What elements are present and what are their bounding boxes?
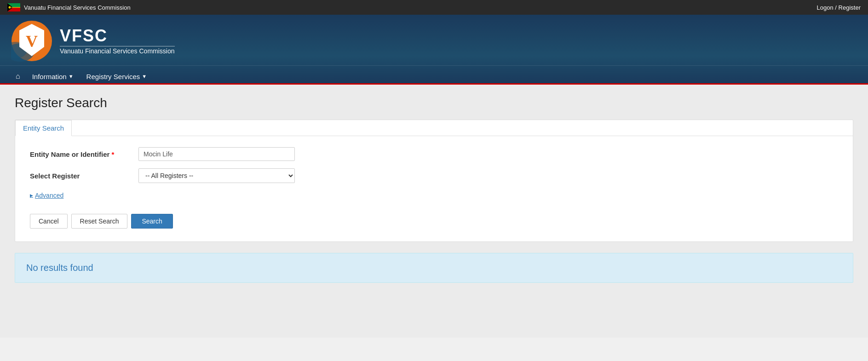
tab-entity-search[interactable]: Entity Search xyxy=(15,120,72,136)
svg-point-5 xyxy=(9,6,11,9)
logo-text: VFSC Vanuatu Financial Services Commissi… xyxy=(60,28,175,55)
reset-search-button[interactable]: Reset Search xyxy=(71,214,128,229)
svg-text:V: V xyxy=(26,32,38,51)
entity-name-row: Entity Name or Identifier* xyxy=(30,147,838,161)
header-content: V VFSC Vanuatu Financial Services Commis… xyxy=(0,15,868,62)
select-register-row: Select Register -- All Registers -- xyxy=(30,168,838,183)
search-form: Entity Name or Identifier* Select Regist… xyxy=(15,136,853,241)
entity-name-label: Entity Name or Identifier* xyxy=(30,150,131,158)
nav-information-label: Information xyxy=(32,73,67,80)
logo: V xyxy=(11,20,52,62)
header: V VFSC Vanuatu Financial Services Commis… xyxy=(0,15,868,83)
org-name-topbar: Vanuatu Financial Services Commission xyxy=(24,4,131,11)
register-select[interactable]: -- All Registers -- xyxy=(138,168,295,183)
search-card: Entity Search Entity Name or Identifier*… xyxy=(15,120,853,242)
button-row: Cancel Reset Search Search xyxy=(30,214,838,229)
nav-item-information[interactable]: Information ▼ xyxy=(27,70,79,83)
nav-home[interactable]: ⌂ xyxy=(11,69,25,83)
cancel-button[interactable]: Cancel xyxy=(30,214,68,229)
nav-item-registry-services[interactable]: Registry Services ▼ xyxy=(81,70,153,83)
vanuatu-flag xyxy=(7,3,20,11)
page-title: Register Search xyxy=(15,96,853,110)
main-content: Register Search Entity Search Entity Nam… xyxy=(0,85,868,338)
entity-name-input[interactable] xyxy=(138,147,295,161)
tab-bar: Entity Search xyxy=(15,120,853,136)
no-results-text: No results found xyxy=(26,263,93,273)
logo-full-name: Vanuatu Financial Services Commission xyxy=(60,47,175,55)
advanced-section: Advanced xyxy=(30,190,838,206)
nav-registry-label: Registry Services xyxy=(86,73,140,80)
chevron-down-icon-registry: ▼ xyxy=(142,74,147,79)
advanced-link[interactable]: Advanced xyxy=(30,192,63,199)
no-results-panel: No results found xyxy=(15,253,853,283)
chevron-down-icon-information: ▼ xyxy=(69,74,74,79)
logo-acronym: VFSC xyxy=(60,28,175,46)
topbar: Vanuatu Financial Services Commission Lo… xyxy=(0,0,868,15)
nav-bar: ⌂ Information ▼ Registry Services ▼ xyxy=(0,65,868,83)
select-register-label: Select Register xyxy=(30,172,131,180)
required-star: * xyxy=(111,150,114,158)
search-button[interactable]: Search xyxy=(131,214,172,229)
topbar-right[interactable]: Logon / Register xyxy=(817,4,861,11)
logon-register-link[interactable]: Logon / Register xyxy=(817,4,861,11)
topbar-left: Vanuatu Financial Services Commission xyxy=(7,3,131,11)
